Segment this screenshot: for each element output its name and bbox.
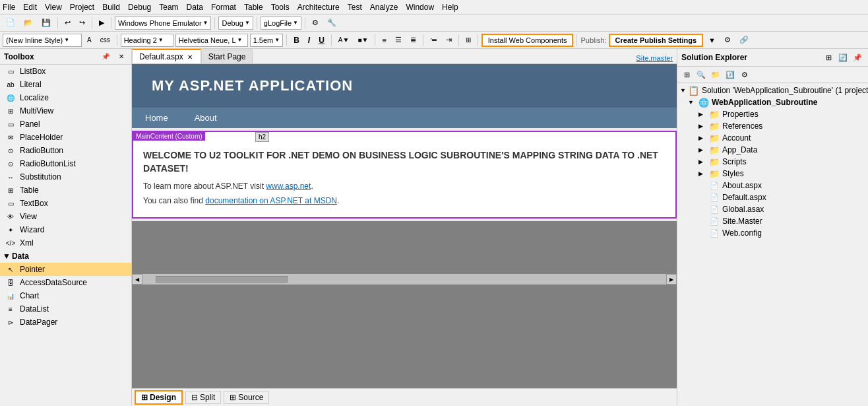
menu-tools[interactable]: Tools: [271, 3, 290, 12]
se-toolbar-btn-1[interactable]: ⊞: [680, 68, 693, 81]
font-dropdown[interactable]: Helvetica Neue, L ▼: [175, 34, 248, 47]
se-solution-root[interactable]: ▼ 📋 Solution 'WebApplication_Subroutine'…: [677, 85, 868, 96]
publish-extra-btn[interactable]: ⚙: [721, 34, 734, 46]
se-web-config[interactable]: ▶ 📄 Web.config: [677, 227, 868, 239]
scroll-right-btn[interactable]: ▶: [666, 274, 677, 285]
toolbox-item-chart[interactable]: 📊 Chart: [0, 289, 131, 302]
italic-btn[interactable]: I: [305, 34, 313, 46]
redo-btn[interactable]: ↪: [76, 17, 88, 29]
menu-help[interactable]: Help: [442, 3, 458, 12]
menu-edit[interactable]: Edit: [23, 3, 37, 12]
asp-net-link[interactable]: www.asp.net: [266, 182, 311, 191]
underline-btn[interactable]: U: [315, 34, 328, 46]
menu-debug[interactable]: Debug: [128, 3, 151, 12]
toolbox-item-placeholder[interactable]: ✉ PlaceHolder: [0, 131, 131, 144]
toolbox-close-btn[interactable]: ✕: [115, 51, 127, 62]
toolbox-section-data[interactable]: ▼ Data: [0, 250, 131, 263]
se-project[interactable]: ▼ 🌐 WebApplication_Subroutine: [677, 96, 868, 108]
inline-style-apply-btn[interactable]: A: [84, 34, 95, 46]
menu-project[interactable]: Project: [70, 3, 94, 12]
create-publish-settings-btn[interactable]: Create Publish Settings: [609, 34, 703, 47]
menu-table[interactable]: Table: [244, 3, 263, 12]
bold-btn[interactable]: B: [290, 34, 303, 46]
msdn-link[interactable]: documentation on ASP.NET at MSDN: [205, 196, 337, 205]
toolbox-item-xml[interactable]: </> Xml: [0, 236, 131, 250]
menu-file[interactable]: File: [3, 3, 15, 12]
size-dropdown[interactable]: 1.5em ▼: [250, 34, 284, 47]
se-properties[interactable]: ▶ 📁 Properties: [677, 108, 868, 120]
se-default-aspx[interactable]: ▶ 📄 Default.aspx: [677, 191, 868, 203]
undo-btn[interactable]: ↩: [61, 17, 74, 29]
se-btn-3[interactable]: 📌: [851, 51, 864, 64]
tab-start-page[interactable]: Start Page: [201, 50, 253, 63]
toolbox-item-datalist[interactable]: ≡ DataList: [0, 302, 131, 316]
toolbox-item-accessdatasource[interactable]: 🗄 AccessDataSource: [0, 276, 131, 289]
menu-team[interactable]: Team: [159, 3, 178, 12]
menu-view[interactable]: View: [45, 3, 62, 12]
borders-btn[interactable]: ⊞: [462, 34, 474, 46]
menu-analyze[interactable]: Analyze: [370, 3, 398, 12]
toolbox-item-radiobuttonlist[interactable]: ⊙ RadioButtonList: [0, 157, 131, 170]
config-dropdown[interactable]: Debug ▼: [218, 17, 253, 30]
toolbox-item-datapager[interactable]: ⊳ DataPager: [0, 316, 131, 329]
se-references[interactable]: ▶ 📁 References: [677, 120, 868, 132]
toolbox-item-substitution[interactable]: ↔ Substitution: [0, 170, 131, 184]
list-btn[interactable]: ≔: [427, 34, 441, 46]
align-left-btn[interactable]: ≡: [379, 34, 389, 46]
se-appdata[interactable]: ▶ 📁 App_Data: [677, 144, 868, 156]
toolbox-item-view[interactable]: 👁 View: [0, 210, 131, 223]
se-btn-1[interactable]: ⊞: [822, 51, 835, 64]
source-btn[interactable]: ⊞ Source: [224, 391, 269, 404]
se-btn-2[interactable]: 🔄: [836, 51, 850, 64]
se-toolbar-btn-4[interactable]: 🔃: [724, 68, 737, 81]
align-center-btn[interactable]: ☰: [392, 34, 405, 46]
se-toolbar-btn-3[interactable]: 📁: [709, 68, 722, 81]
toolbox-item-listbox[interactable]: ▭ ListBox: [0, 65, 131, 78]
tab-default-aspx[interactable]: Default.aspx ✕: [132, 49, 201, 63]
toolbox-pin-btn[interactable]: 📌: [98, 51, 113, 62]
toolbox-item-multiview[interactable]: ⊞ MultiView: [0, 104, 131, 118]
indent-btn[interactable]: ⇥: [443, 34, 455, 46]
toolbox-item-radiobutton[interactable]: ⊙ RadioButton: [0, 144, 131, 157]
file-dropdown[interactable]: gLogFile ▼: [261, 17, 301, 30]
se-scripts[interactable]: ▶ 📁 Scripts: [677, 156, 868, 168]
misc-btn-2[interactable]: 🔧: [324, 17, 340, 29]
tab-close-btn[interactable]: ✕: [186, 53, 194, 61]
nav-about[interactable]: About: [181, 108, 230, 128]
menu-data[interactable]: Data: [187, 3, 203, 12]
se-styles[interactable]: ▶ 📁 Styles: [677, 168, 868, 180]
save-btn[interactable]: 💾: [38, 17, 54, 29]
se-account[interactable]: ▶ 📁 Account: [677, 132, 868, 144]
site-master-link[interactable]: Site.master: [632, 53, 677, 63]
menu-architecture[interactable]: Architecture: [297, 3, 340, 12]
se-about-aspx[interactable]: ▶ 📄 About.aspx: [677, 180, 868, 191]
new-project-btn[interactable]: 📄: [3, 17, 18, 29]
h-scrollbar[interactable]: [142, 276, 666, 283]
split-btn[interactable]: ⊟ Split: [185, 391, 221, 404]
design-btn[interactable]: ⊞ Design: [135, 390, 183, 405]
se-toolbar-btn-5[interactable]: ⚙: [738, 68, 751, 81]
menu-format[interactable]: Format: [211, 3, 236, 12]
se-toolbar-btn-2[interactable]: 🔍: [695, 68, 708, 81]
inline-style-dropdown[interactable]: (New Inline Style) ▼: [3, 34, 82, 47]
toolbox-item-literal[interactable]: ab Literal: [0, 78, 131, 91]
se-site-master[interactable]: ▶ 📄 Site.Master: [677, 215, 868, 227]
publish-arrow-btn[interactable]: ▼: [705, 34, 719, 46]
bg-color-btn[interactable]: ■▼: [354, 34, 371, 46]
heading-dropdown[interactable]: Heading 2 ▼: [121, 34, 173, 47]
install-web-components-btn[interactable]: Install Web Components: [481, 34, 574, 47]
nav-home[interactable]: Home: [132, 108, 181, 128]
menu-test[interactable]: Test: [348, 3, 362, 12]
toolbox-item-pointer[interactable]: ↖ Pointer: [0, 263, 131, 276]
misc-btn-1[interactable]: ⚙: [309, 17, 322, 29]
start-btn[interactable]: ▶: [96, 17, 108, 29]
menu-build[interactable]: Build: [102, 3, 120, 12]
menu-window[interactable]: Window: [406, 3, 434, 12]
h-scrollbar-thumb[interactable]: [156, 276, 288, 283]
align-right-btn[interactable]: ≣: [407, 34, 419, 46]
toolbox-item-wizard[interactable]: ✦ Wizard: [0, 223, 131, 236]
toolbox-item-localize[interactable]: 🌐 Localize: [0, 91, 131, 104]
emulator-dropdown[interactable]: Windows Phone Emulator ▼: [115, 17, 211, 30]
scroll-left-btn[interactable]: ◀: [132, 274, 142, 285]
open-btn[interactable]: 📂: [20, 17, 36, 29]
